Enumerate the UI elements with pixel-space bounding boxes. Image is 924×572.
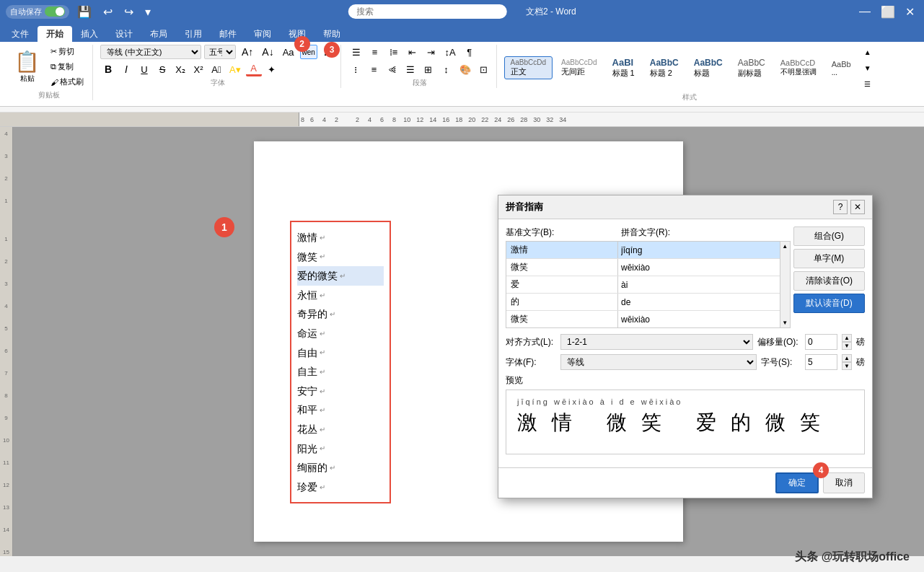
tab-review[interactable]: 审阅 xyxy=(245,26,280,42)
font-grow-button[interactable]: A↑ xyxy=(239,45,256,59)
save-button[interactable]: 💾 xyxy=(74,4,95,20)
search-input[interactable] xyxy=(348,4,506,19)
redo-button[interactable]: ↪ xyxy=(120,4,137,20)
style-emphasis[interactable]: AaBbCcD 不明显强调 xyxy=(774,56,823,79)
copy-icon: ⧉ xyxy=(50,62,56,71)
style-none[interactable]: AaBbCcDd 无间距 xyxy=(555,56,603,79)
bold-button[interactable]: B xyxy=(100,62,116,76)
justify-button[interactable]: ☰ xyxy=(402,62,418,76)
pinyin-input-1[interactable] xyxy=(618,244,780,257)
table-row[interactable]: 微笑 xyxy=(506,259,780,276)
strikethrough-button[interactable]: S xyxy=(154,62,170,76)
superscript-button[interactable]: X² xyxy=(190,62,206,76)
table-row[interactable]: 微笑 xyxy=(506,311,780,327)
multilevel-list-button[interactable]: ⁞≡ xyxy=(386,45,402,59)
tab-layout[interactable]: 布局 xyxy=(141,26,176,42)
dialog-scrollbar[interactable]: ▲ ▼ xyxy=(780,242,790,327)
border-button[interactable]: ⊡ xyxy=(476,62,492,76)
preview-pinyin: jīqíng wēixiào à i d e wēixiào xyxy=(517,397,853,406)
align-right-button[interactable]: ⫷ xyxy=(384,62,400,76)
underline-button[interactable]: U xyxy=(136,62,152,76)
pinyin-input-5[interactable] xyxy=(618,313,780,326)
customize-button[interactable]: ▾ xyxy=(141,4,154,20)
tab-insert[interactable]: 插入 xyxy=(72,26,107,42)
table-row[interactable]: 爱 xyxy=(506,276,780,294)
close-button[interactable]: ✕ xyxy=(902,4,918,20)
autosave-toggle[interactable]: 自动保存 xyxy=(6,5,69,19)
word-list[interactable]: 激情 微笑 爱的微笑 永恒 奇异的 命运 自由 自主 安宁 和平 花丛 阳光 绚… xyxy=(290,221,391,503)
ruler-num: 2 xyxy=(4,175,7,182)
styles-up-button[interactable]: ▲ xyxy=(860,45,876,59)
decrease-indent-button[interactable]: ⇤ xyxy=(405,45,421,59)
clear-format-button[interactable]: ✦ xyxy=(264,62,280,76)
bullet-list-button[interactable]: ☰ xyxy=(348,45,364,59)
distributed-button[interactable]: ⊞ xyxy=(421,62,436,76)
size-up-button[interactable]: ▲ xyxy=(842,354,852,362)
font-size-select[interactable]: 五号 xyxy=(204,45,236,59)
scroll-down-button[interactable]: ▼ xyxy=(780,318,789,327)
table-row[interactable]: 激情 xyxy=(506,242,780,259)
title-bar-left: 自动保存 💾 ↩ ↪ ▾ xyxy=(6,4,154,20)
copy-button[interactable]: ⧉ 复制 xyxy=(46,60,88,74)
pinyin-dialog[interactable]: 拼音指南 ? ✕ 基准文字(B): 拼音文字(R): 激情 xyxy=(498,195,873,498)
style-h3[interactable]: AaBbC 标题 xyxy=(687,56,729,81)
clear-button[interactable]: 清除读音(O) xyxy=(793,271,865,291)
styles-down-button[interactable]: ▼ xyxy=(860,61,876,75)
show-marks-button[interactable]: ¶ xyxy=(462,45,478,59)
styles-menu-button[interactable]: ☰ xyxy=(860,76,876,91)
style-h1[interactable]: AaBI 标题 1 xyxy=(606,55,641,81)
paste-button[interactable]: 📋 粘贴 xyxy=(10,48,44,85)
increase-indent-button[interactable]: ⇥ xyxy=(423,45,439,59)
pinyin-input-4[interactable] xyxy=(618,296,780,309)
tab-home[interactable]: 开始 xyxy=(38,26,72,42)
style-h2[interactable]: AaBbC 标题 2 xyxy=(643,56,685,81)
tab-file[interactable]: 文件 xyxy=(3,26,38,42)
list-item: 命运 xyxy=(297,324,384,343)
minimize-button[interactable]: — xyxy=(855,4,874,19)
font-color-button[interactable]: A xyxy=(246,62,262,76)
pinyin-input-2[interactable] xyxy=(618,261,780,274)
italic-button[interactable]: I xyxy=(118,62,134,76)
subscript-button[interactable]: X₂ xyxy=(172,62,188,76)
offset-up-button[interactable]: ▲ xyxy=(842,334,852,342)
autosave-switch[interactable] xyxy=(45,6,65,17)
align-select[interactable]: 1-2-1 xyxy=(560,334,753,350)
tab-design[interactable]: 设计 xyxy=(107,26,141,42)
size-input[interactable] xyxy=(805,354,837,370)
offset-down-button[interactable]: ▼ xyxy=(842,342,852,350)
group-button[interactable]: 组合(G) xyxy=(793,226,865,246)
tab-references[interactable]: 引用 xyxy=(176,26,211,42)
dialog-help-button[interactable]: ? xyxy=(833,200,848,214)
format-painter-button[interactable]: 🖌 格式刷 xyxy=(46,75,88,89)
size-down-button[interactable]: ▼ xyxy=(842,362,852,370)
font-dialog-select[interactable]: 等线 xyxy=(560,354,757,370)
pinyin-input-3[interactable] xyxy=(618,278,780,291)
shading-button[interactable]: 🎨 xyxy=(457,62,474,76)
scroll-up-button[interactable]: ▲ xyxy=(780,242,789,251)
font-shrink-button[interactable]: A↓ xyxy=(259,45,276,59)
cancel-button[interactable]: 取消 xyxy=(823,472,865,493)
line-spacing-button[interactable]: ↕ xyxy=(439,62,454,76)
ok-button[interactable]: 确定 xyxy=(775,472,819,493)
offset-input[interactable] xyxy=(805,334,837,350)
style-normal[interactable]: AaBbCcDd 正文 xyxy=(504,56,553,79)
align-center-button[interactable]: ≡ xyxy=(366,62,382,76)
undo-button[interactable]: ↩ xyxy=(100,4,116,20)
ruler-num: 1 xyxy=(4,198,7,204)
table-row[interactable]: 的 xyxy=(506,294,780,311)
align-left-button[interactable]: ⫶ xyxy=(348,62,364,76)
single-button[interactable]: 单字(M) xyxy=(793,249,865,268)
sort-button[interactable]: ↕A xyxy=(442,45,459,59)
cut-button[interactable]: ✂ 剪切 xyxy=(46,45,88,58)
style-subtitle[interactable]: AaBbC 副标题 xyxy=(731,56,772,81)
style-more[interactable]: AaBb ... xyxy=(825,58,858,79)
font-family-select[interactable]: 等线 (中文正文) xyxy=(100,45,201,59)
dialog-close-button[interactable]: ✕ xyxy=(850,200,865,214)
default-button[interactable]: 默认读音(D) xyxy=(793,294,865,313)
tab-mail[interactable]: 邮件 xyxy=(211,26,245,42)
highlight-button[interactable]: A▾ xyxy=(226,62,244,76)
numbered-list-button[interactable]: ≡ xyxy=(367,45,383,59)
tab-help[interactable]: 帮助 xyxy=(314,26,349,42)
text-effects-button[interactable]: A⃝ xyxy=(208,62,224,76)
restore-button[interactable]: ⬜ xyxy=(877,4,899,20)
